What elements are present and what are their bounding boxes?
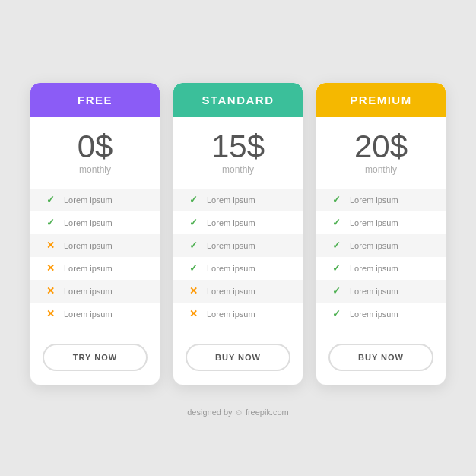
- price-amount-free: 0$: [30, 131, 160, 163]
- feature-row: ✓Lorem ipsum: [316, 257, 446, 280]
- feature-text: Lorem ipsum: [207, 241, 255, 250]
- check-icon: ✓: [44, 194, 56, 206]
- feature-row: ✓Lorem ipsum: [173, 257, 303, 280]
- check-icon: ✓: [187, 194, 199, 206]
- feature-row: ✓Lorem ipsum: [30, 189, 160, 211]
- cta-button-free[interactable]: TRY NOW: [43, 344, 148, 371]
- feature-row: ✕Lorem ipsum: [173, 280, 303, 303]
- feature-row: ✕Lorem ipsum: [30, 303, 160, 325]
- feature-text: Lorem ipsum: [350, 309, 398, 319]
- feature-text: Lorem ipsum: [350, 241, 398, 250]
- feature-row: ✓Lorem ipsum: [173, 189, 303, 211]
- cta-button-standard[interactable]: BUY NOW: [186, 344, 290, 371]
- pricing-card-premium: PREMIUM20$monthly✓Lorem ipsum✓Lorem ipsu…: [316, 83, 446, 385]
- check-icon: ✓: [44, 217, 56, 229]
- feature-text: Lorem ipsum: [350, 287, 398, 296]
- feature-row: ✓Lorem ipsum: [30, 211, 160, 234]
- feature-row: ✓Lorem ipsum: [316, 280, 446, 303]
- price-period-premium: monthly: [316, 164, 446, 175]
- feature-text: Lorem ipsum: [207, 195, 255, 205]
- feature-row: ✕Lorem ipsum: [173, 303, 303, 325]
- card-header-premium: PREMIUM: [316, 83, 446, 117]
- price-amount-standard: 15$: [173, 131, 303, 163]
- feature-text: Lorem ipsum: [64, 309, 113, 319]
- cross-icon: ✕: [187, 308, 199, 320]
- check-icon: ✓: [330, 262, 342, 274]
- price-period-standard: monthly: [173, 164, 303, 175]
- check-icon: ✓: [330, 240, 342, 252]
- feature-row: ✕Lorem ipsum: [30, 257, 160, 280]
- features-list-free: ✓Lorem ipsum✓Lorem ipsum✕Lorem ipsum✕Lor…: [30, 182, 160, 332]
- footer-credit: designed by ☺ freepik.com: [187, 408, 289, 424]
- price-amount-premium: 20$: [316, 131, 446, 163]
- feature-text: Lorem ipsum: [64, 218, 113, 227]
- feature-text: Lorem ipsum: [64, 264, 113, 273]
- features-list-premium: ✓Lorem ipsum✓Lorem ipsum✓Lorem ipsum✓Lor…: [316, 182, 446, 332]
- feature-text: Lorem ipsum: [64, 195, 113, 205]
- check-icon: ✓: [330, 308, 342, 320]
- feature-row: ✓Lorem ipsum: [316, 303, 446, 325]
- feature-text: Lorem ipsum: [64, 241, 113, 250]
- feature-row: ✕Lorem ipsum: [30, 234, 160, 257]
- cross-icon: ✕: [44, 308, 56, 320]
- card-footer-standard: BUY NOW: [173, 332, 303, 385]
- feature-text: Lorem ipsum: [64, 287, 113, 296]
- feature-text: Lorem ipsum: [207, 287, 255, 296]
- card-footer-free: TRY NOW: [30, 332, 160, 385]
- check-icon: ✓: [330, 285, 342, 297]
- feature-text: Lorem ipsum: [350, 218, 398, 227]
- cross-icon: ✕: [44, 262, 56, 274]
- cta-button-premium[interactable]: BUY NOW: [328, 344, 433, 371]
- card-header-standard: STANDARD: [173, 83, 303, 117]
- check-icon: ✓: [330, 217, 342, 229]
- pricing-container: FREE0$monthly✓Lorem ipsum✓Lorem ipsum✕Lo…: [8, 52, 468, 400]
- cross-icon: ✕: [44, 240, 56, 252]
- feature-text: Lorem ipsum: [207, 264, 255, 273]
- feature-text: Lorem ipsum: [207, 309, 255, 319]
- price-period-free: monthly: [30, 164, 160, 175]
- feature-text: Lorem ipsum: [350, 195, 398, 205]
- feature-row: ✓Lorem ipsum: [316, 211, 446, 234]
- price-section-free: 0$monthly: [30, 117, 160, 182]
- cross-icon: ✕: [44, 285, 56, 297]
- pricing-card-free: FREE0$monthly✓Lorem ipsum✓Lorem ipsum✕Lo…: [30, 83, 160, 385]
- card-footer-premium: BUY NOW: [316, 332, 446, 385]
- price-section-standard: 15$monthly: [173, 117, 303, 182]
- feature-row: ✓Lorem ipsum: [316, 189, 446, 211]
- feature-row: ✓Lorem ipsum: [173, 234, 303, 257]
- pricing-card-standard: STANDARD15$monthly✓Lorem ipsum✓Lorem ips…: [173, 83, 303, 385]
- feature-row: ✓Lorem ipsum: [173, 211, 303, 234]
- price-section-premium: 20$monthly: [316, 117, 446, 182]
- card-header-free: FREE: [30, 83, 160, 117]
- check-icon: ✓: [187, 240, 199, 252]
- feature-text: Lorem ipsum: [350, 264, 398, 273]
- feature-text: Lorem ipsum: [207, 218, 255, 227]
- check-icon: ✓: [187, 217, 199, 229]
- feature-row: ✕Lorem ipsum: [30, 280, 160, 303]
- check-icon: ✓: [330, 194, 342, 206]
- features-list-standard: ✓Lorem ipsum✓Lorem ipsum✓Lorem ipsum✓Lor…: [173, 182, 303, 332]
- feature-row: ✓Lorem ipsum: [316, 234, 446, 257]
- check-icon: ✓: [187, 262, 199, 274]
- cross-icon: ✕: [187, 285, 199, 297]
